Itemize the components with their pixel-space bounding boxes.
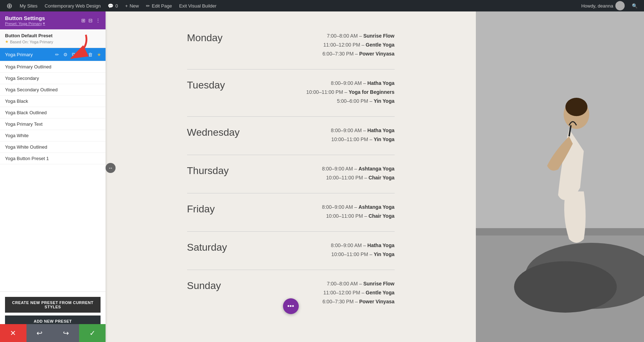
- search-btn[interactable]: 🔍: [628, 0, 641, 11]
- schedule-events: 8:00–9:00 AM – Ashtanga Yoga10:00–11:00 …: [259, 203, 395, 221]
- svg-point-7: [565, 98, 587, 116]
- undo-button[interactable]: ↩: [26, 324, 53, 342]
- plus-icon: +: [125, 3, 128, 9]
- exit-builder-btn[interactable]: Exit Visual Builder: [176, 0, 220, 11]
- preset-item-yoga-secondary-outlined[interactable]: Yoga Secondary Outlined: [0, 84, 106, 96]
- sidebar-header-left: Button Settings Preset: Yoga Primary ▾: [5, 15, 45, 26]
- preset-item-yoga-black-outlined[interactable]: Yoga Black Outlined: [0, 107, 106, 119]
- preset-item-yoga-white-outlined[interactable]: Yoga White Outlined: [0, 141, 106, 153]
- redo-button[interactable]: ↪: [53, 324, 79, 342]
- sidebar-title: Button Settings: [5, 15, 45, 21]
- top-bar: ⊕ My Sites Contemporary Web Design 💬 0 +…: [0, 0, 644, 11]
- day-name: Monday: [187, 32, 244, 44]
- site-name-label: Contemporary Web Design: [45, 3, 101, 9]
- schedule-row-friday: Friday8:00–9:00 AM – Ashtanga Yoga10:00–…: [187, 193, 395, 232]
- schedule-events: 7:00–8:00 AM – Sunrise Flow11:00–12:00 P…: [259, 280, 395, 307]
- search-icon: 🔍: [632, 3, 638, 9]
- preset-item-yoga-white[interactable]: Yoga White: [0, 130, 106, 141]
- preset-trash-icon[interactable]: 🗑: [87, 51, 94, 58]
- sidebar-menu-icon[interactable]: ⋮: [96, 18, 101, 23]
- sidebar-settings-icon[interactable]: ⊞: [81, 18, 86, 23]
- schedule-event: 7:00–8:00 AM – Sunrise Flow: [259, 280, 395, 288]
- save-button[interactable]: ✓: [79, 324, 106, 342]
- preset-item-yoga-primary-text[interactable]: Yoga Primary Text: [0, 119, 106, 130]
- svg-rect-3: [476, 228, 644, 236]
- comments-count: 0: [115, 3, 118, 9]
- day-name: Saturday: [187, 242, 244, 253]
- preset-item-label: Yoga Secondary: [5, 76, 39, 81]
- schedule-events: 8:00–9:00 AM – Hatha Yoga10:00–11:00 PM …: [259, 127, 395, 145]
- edit-page-label: Edit Page: [152, 3, 172, 9]
- schedule-row-saturday: Saturday8:00–9:00 AM – Hatha Yoga10:00–1…: [187, 232, 395, 270]
- new-btn[interactable]: + New: [122, 0, 143, 11]
- preset-edit-icon[interactable]: ✏: [54, 51, 60, 58]
- cancel-icon: ✕: [10, 329, 16, 337]
- pencil-icon: ✏: [146, 3, 150, 9]
- preset-duplicate-icon[interactable]: ⧉: [70, 51, 77, 58]
- schedule-events: 8:00–9:00 AM – Hatha Yoga10:00–11:00 PM …: [259, 80, 395, 106]
- preset-item-yoga-button-preset-1[interactable]: Yoga Button Preset 1: [0, 153, 106, 164]
- bottom-bar: ✕ ↩ ↪ ✓: [0, 324, 106, 342]
- schedule-event: 10:00–11:00 PM – Chair Yoga: [259, 212, 395, 220]
- preset-item-yoga-black[interactable]: Yoga Black: [0, 96, 106, 107]
- comments-btn[interactable]: 💬 0: [104, 0, 121, 11]
- edit-page-btn[interactable]: ✏ Edit Page: [142, 0, 175, 11]
- day-name: Sunday: [187, 280, 244, 292]
- preset-star-icon[interactable]: ★: [96, 51, 103, 58]
- schedule-events: 7:00–8:00 AM – Sunrise Flow11:00–12:00 P…: [259, 32, 395, 59]
- sidebar-header-icons: ⊞ ⊟ ⋮: [81, 18, 101, 23]
- undo-icon: ↩: [36, 329, 43, 337]
- sidebar: Button Settings Preset: Yoga Primary ▾ ⊞…: [0, 11, 106, 342]
- wp-logo-btn[interactable]: ⊕: [3, 0, 16, 11]
- preset-item-yoga-primary-outlined[interactable]: Yoga Primary Outlined: [0, 61, 106, 73]
- my-sites-btn[interactable]: My Sites: [16, 0, 41, 11]
- schedule-event: 11:00–12:00 PM – Gentle Yoga: [259, 289, 395, 297]
- avatar: [615, 1, 625, 10]
- schedule-event: 6:00–7:30 PM – Power Vinyasa: [259, 298, 395, 305]
- schedule-event: 10:00–11:00 PM – Yoga for Beginners: [259, 88, 395, 96]
- schedule-event: 10:00–11:00 PM – Yin Yoga: [259, 136, 395, 143]
- schedule-row-tuesday: Tuesday8:00–9:00 AM – Hatha Yoga10:00–11…: [187, 69, 395, 117]
- sidebar-layout-icon[interactable]: ⊟: [88, 18, 93, 23]
- redo-icon: ↪: [63, 329, 69, 337]
- preset-actions: ✏ ⚙ ⧉ ❐ 🗑 ★: [54, 51, 103, 58]
- chevron-down-icon: ▾: [43, 21, 45, 26]
- schedule-row-wednesday: Wednesday8:00–9:00 AM – Hatha Yoga10:00–…: [187, 117, 395, 155]
- preset-label[interactable]: Preset: Yoga Primary ▾: [5, 21, 45, 26]
- schedule-event: 6:00–7:30 PM – Power Vinyasa: [259, 50, 395, 58]
- preset-gear-icon[interactable]: ⚙: [62, 51, 69, 58]
- sidebar-header: Button Settings Preset: Yoga Primary ▾ ⊞…: [0, 11, 106, 29]
- exit-label: Exit Visual Builder: [179, 3, 217, 9]
- based-on-text: Based On: Yoga Primary: [10, 40, 53, 44]
- schedule-event: 8:00–9:00 AM – Hatha Yoga: [259, 80, 395, 87]
- site-name-btn[interactable]: Contemporary Web Design: [41, 0, 104, 11]
- floating-action-button[interactable]: •••: [283, 298, 299, 314]
- create-preset-button[interactable]: CREATE NEW PRESET FROM CURRENT STYLES: [5, 297, 101, 313]
- main-content: Monday7:00–8:00 AM – Sunrise Flow11:00–1…: [106, 11, 644, 342]
- dots-icon: •••: [287, 303, 294, 310]
- day-name: Thursday: [187, 165, 244, 177]
- schedule-event: 8:00–9:00 AM – Hatha Yoga: [259, 127, 395, 134]
- preset-item-yoga-primary[interactable]: Yoga Primary ✏ ⚙ ⧉ ❐ 🗑 ★: [0, 48, 106, 61]
- schedule-event: 7:00–8:00 AM – Sunrise Flow: [259, 32, 395, 40]
- schedule-event: 8:00–9:00 AM – Ashtanga Yoga: [259, 165, 395, 173]
- default-preset-sub: ★ Based On: Yoga Primary: [5, 39, 101, 44]
- default-preset-title: Button Default Preset: [5, 33, 101, 38]
- cancel-button[interactable]: ✕: [0, 324, 26, 342]
- howdy-label: Howdy, deanna: [578, 1, 628, 10]
- schedule-row-monday: Monday7:00–8:00 AM – Sunrise Flow11:00–1…: [187, 22, 395, 69]
- day-name: Wednesday: [187, 127, 244, 138]
- schedule-event: 8:00–9:00 AM – Hatha Yoga: [259, 242, 395, 249]
- preset-item-label: Yoga Primary: [5, 52, 33, 57]
- preset-copy-icon[interactable]: ❐: [78, 51, 85, 58]
- preset-item-yoga-secondary[interactable]: Yoga Secondary: [0, 73, 106, 84]
- my-sites-label: My Sites: [20, 3, 38, 9]
- photo-panel: [476, 11, 644, 342]
- comment-icon: 💬: [108, 3, 113, 9]
- default-preset-section: Button Default Preset ★ Based On: Yoga P…: [0, 29, 106, 48]
- svg-point-5: [514, 261, 617, 313]
- preset-item-label: Yoga White Outlined: [5, 144, 47, 150]
- preset-item-label: Yoga Primary Outlined: [5, 64, 52, 69]
- day-name: Tuesday: [187, 80, 244, 91]
- schedule-row-thursday: Thursday8:00–9:00 AM – Ashtanga Yoga10:0…: [187, 155, 395, 193]
